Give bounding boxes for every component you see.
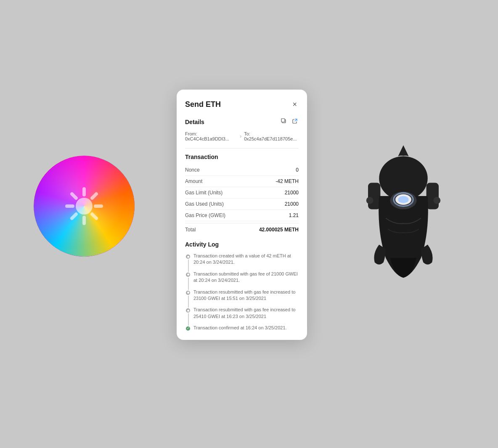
svg-rect-4: [94, 204, 103, 208]
table-row: Gas Limit (Units) 21000: [185, 187, 299, 199]
activity-dot-confirmed: ✓: [185, 326, 191, 331]
gas-limit-label: Gas Limit (Units): [185, 190, 223, 196]
right-nft-decoration: [359, 143, 448, 273]
svg-rect-12: [368, 183, 380, 209]
svg-rect-5: [90, 191, 98, 200]
svg-rect-1: [82, 187, 86, 196]
activity-log: Transaction created with a value of 42 m…: [185, 253, 299, 331]
svg-rect-10: [281, 119, 285, 122]
gas-used-value: 21000: [285, 201, 299, 207]
details-label: Details: [185, 119, 204, 125]
section-divider: [185, 148, 299, 148]
modal-title: Send ETH: [185, 100, 221, 109]
svg-point-16: [398, 196, 408, 203]
total-value: 42.000025 METH: [259, 227, 299, 233]
address-row: From: 0xC4C4cB1a9DDI3... › To: 0x25c4a7d…: [185, 131, 299, 141]
amount-label: Amount: [185, 178, 202, 184]
activity-text: Transaction created with a value of 42 m…: [193, 253, 291, 265]
amount-value: -42 METH: [275, 178, 299, 184]
sun-icon: [63, 185, 105, 227]
check-icon: ✓: [187, 327, 190, 330]
gas-used-label: Gas Used (Units): [185, 201, 224, 207]
list-item: Transaction resubmitted with gas fee inc…: [193, 289, 299, 302]
svg-point-0: [76, 198, 93, 215]
activity-dot: [185, 290, 191, 296]
transaction-table: Nonce 0 Amount -42 METH Gas Limit (Units…: [185, 164, 299, 235]
close-button[interactable]: ×: [291, 100, 299, 109]
gas-price-label: Gas Price (GWEI): [185, 212, 225, 218]
total-label: Total: [185, 227, 196, 233]
activity-text: Transaction submitted with gas fee of 21…: [193, 271, 298, 283]
activity-log-label: Activity Log: [185, 241, 299, 248]
external-link-icon: [292, 118, 298, 124]
activity-dot: [185, 308, 191, 313]
svg-rect-8: [90, 212, 98, 220]
transaction-label: Transaction: [185, 154, 299, 160]
table-row: Gas Used (Units) 21000: [185, 199, 299, 210]
list-item: ✓ Transaction confirmed at 16:24 on 3/25…: [193, 325, 299, 331]
from-address: From: 0xC4C4cB1a9DDI3...: [185, 131, 237, 141]
to-address: To: 0x25c4a7dE7d118705e...: [244, 131, 299, 141]
modal-header: Send ETH ×: [185, 100, 299, 109]
external-link-button[interactable]: [291, 117, 299, 126]
list-item: Transaction submitted with gas fee of 21…: [193, 271, 299, 284]
details-icons: [280, 117, 299, 126]
nonce-label: Nonce: [185, 167, 200, 173]
table-row: Amount -42 METH: [185, 176, 299, 187]
gas-limit-value: 21000: [285, 190, 299, 196]
details-section-header: Details: [185, 117, 299, 126]
list-item: Transaction resubmitted with gas fee inc…: [193, 307, 299, 320]
activity-dot: [185, 272, 191, 278]
gas-price-value: 1.21: [289, 212, 299, 218]
send-eth-modal: Send ETH × Details From: 0xC4C4cB1a9DDI3…: [177, 90, 307, 340]
table-row: Gas Price (GWEI) 1.21: [185, 210, 299, 221]
left-orb-decoration: [34, 156, 135, 257]
svg-rect-3: [65, 204, 74, 208]
activity-text: Transaction resubmitted with gas fee inc…: [193, 289, 295, 301]
copy-icon: [281, 118, 287, 124]
svg-rect-13: [426, 183, 439, 209]
helmet-svg: [359, 143, 448, 284]
copy-button[interactable]: [280, 117, 288, 126]
svg-point-19: [433, 197, 440, 204]
svg-point-18: [366, 197, 374, 204]
svg-rect-7: [69, 191, 78, 200]
activity-dot: [185, 254, 191, 260]
activity-text: Transaction confirmed at 16:24 on 3/25/2…: [193, 325, 287, 330]
nonce-value: 0: [296, 167, 299, 173]
list-item: Transaction created with a value of 42 m…: [193, 253, 299, 266]
table-row-total: Total 42.000025 METH: [185, 223, 299, 235]
activity-text: Transaction resubmitted with gas fee inc…: [193, 307, 295, 318]
svg-rect-6: [69, 212, 78, 220]
table-row: Nonce 0: [185, 164, 299, 176]
svg-rect-2: [82, 216, 86, 225]
address-arrow: ›: [240, 133, 241, 139]
